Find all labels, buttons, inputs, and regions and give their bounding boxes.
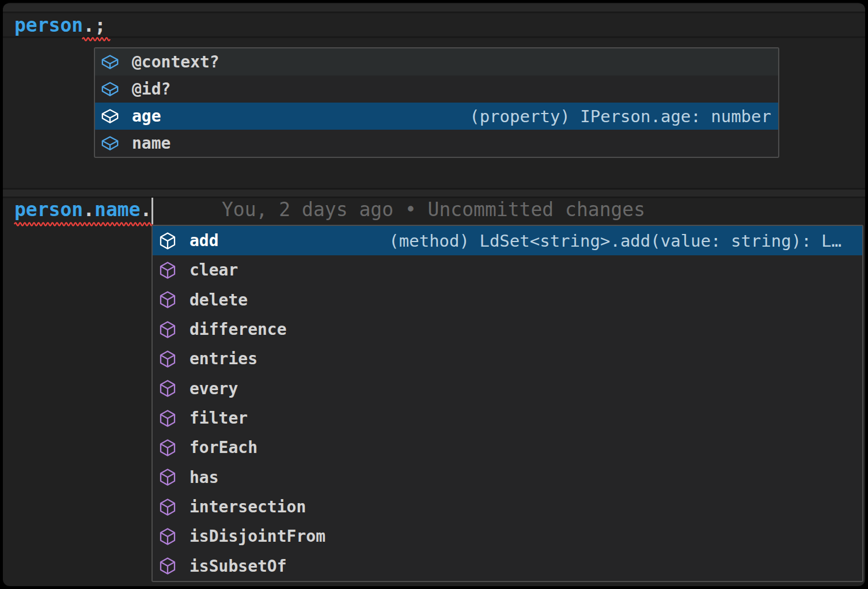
- code-token: .: [141, 198, 152, 221]
- symbol-field-icon: [101, 134, 119, 153]
- suggest-item-label: name: [132, 134, 170, 153]
- suggest-item-detail: (property) IPerson.age: number: [469, 107, 771, 126]
- suggest-item-label: @context?: [132, 52, 219, 71]
- symbol-method-icon: [158, 261, 177, 280]
- code-line-bottom[interactable]: person.name.: [14, 197, 151, 222]
- suggest-item-label: isSubsetOf: [189, 557, 287, 576]
- suggest-item-id[interactable]: @id?: [95, 75, 778, 103]
- suggest-item-label: age: [132, 107, 161, 126]
- error-squiggle: [14, 221, 151, 226]
- symbol-field-icon: [101, 80, 119, 99]
- symbol-method-icon: [158, 379, 177, 398]
- symbol-method-icon: [158, 232, 177, 250]
- symbol-method-icon: [158, 290, 177, 309]
- suggest-item-delete[interactable]: delete: [153, 285, 862, 315]
- suggest-item-label: difference: [189, 320, 287, 339]
- suggest-item-intersection[interactable]: intersection: [153, 492, 862, 522]
- symbol-method-icon: [158, 409, 177, 428]
- suggest-item-filter[interactable]: filter: [153, 403, 862, 433]
- symbol-method-icon: [158, 468, 177, 486]
- editor-screen: person.; @context? @id?: [3, 3, 865, 586]
- suggest-item-clear[interactable]: clear: [153, 255, 862, 285]
- suggest-item-label: delete: [189, 290, 248, 309]
- suggest-item-detail: (method) LdSet<string>.add(value: string…: [389, 231, 842, 251]
- suggest-item-label: clear: [189, 260, 238, 280]
- code-token: .: [83, 14, 94, 36]
- current-line-border: [3, 36, 865, 38]
- suggest-item-label: has: [189, 468, 219, 487]
- suggest-widget-properties: @context? @id? age (property) IPerson.ag…: [94, 47, 779, 158]
- symbol-method-icon: [158, 557, 177, 575]
- code-token: ;: [94, 14, 106, 36]
- suggest-item-label: forEach: [189, 438, 257, 457]
- suggest-item-difference[interactable]: difference: [153, 315, 862, 344]
- code-line-top[interactable]: person.;: [14, 12, 106, 37]
- suggest-item-has[interactable]: has: [153, 463, 862, 492]
- suggest-item-label: add: [189, 231, 219, 250]
- symbol-method-icon: [158, 320, 177, 339]
- screenshot-seam-strip: [3, 190, 865, 197]
- suggest-item-issubsetof[interactable]: isSubsetOf: [153, 552, 862, 581]
- code-token: person: [14, 14, 83, 36]
- suggest-item-label: filter: [189, 409, 248, 428]
- code-token: name: [94, 198, 140, 221]
- suggest-item-label: entries: [189, 349, 257, 368]
- suggest-item-label: @id?: [132, 80, 170, 99]
- suggest-item-label: isDisjointFrom: [189, 527, 325, 546]
- symbol-field-icon: [101, 107, 119, 126]
- suggest-item-label: intersection: [189, 497, 306, 516]
- window-top-strip: [3, 4, 865, 12]
- suggest-item-context[interactable]: @context?: [95, 48, 778, 75]
- symbol-method-icon: [158, 498, 177, 516]
- symbol-field-icon: [101, 53, 119, 71]
- window-top-strip-border: [3, 12, 865, 13]
- text-cursor: [151, 198, 153, 224]
- suggest-item-every[interactable]: every: [153, 374, 862, 403]
- suggest-item-add[interactable]: add (method) LdSet<string>.add(value: st…: [153, 226, 862, 255]
- suggest-item-label: every: [189, 379, 238, 398]
- suggest-item-name[interactable]: name: [95, 130, 778, 157]
- error-squiggle: [82, 36, 107, 41]
- symbol-method-icon: [158, 350, 177, 368]
- screenshot-frame: person.; @context? @id?: [0, 0, 868, 589]
- code-token: person: [14, 198, 83, 221]
- code-token: .: [83, 198, 94, 221]
- suggest-widget-methods: add (method) LdSet<string>.add(value: st…: [151, 225, 863, 582]
- suggest-item-foreach[interactable]: forEach: [153, 433, 862, 462]
- suggest-item-age[interactable]: age (property) IPerson.age: number: [95, 103, 778, 130]
- suggest-item-isdisjointfrom[interactable]: isDisjointFrom: [153, 522, 862, 551]
- git-blame-annotation: You, 2 days ago • Uncommitted changes: [222, 197, 645, 222]
- suggest-item-entries[interactable]: entries: [153, 344, 862, 373]
- symbol-method-icon: [158, 527, 177, 546]
- symbol-method-icon: [158, 439, 177, 457]
